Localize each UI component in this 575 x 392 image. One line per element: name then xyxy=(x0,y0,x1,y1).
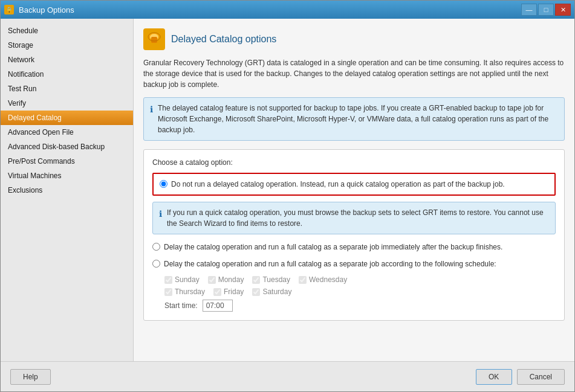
panel-title: Delayed Catalog options xyxy=(171,34,276,45)
minimize-button[interactable]: — xyxy=(521,4,537,16)
monday-checkbox-item[interactable]: Monday xyxy=(208,275,244,284)
window-title: Backup Options xyxy=(19,5,74,14)
panel-description: Granular Recovery Technology (GRT) data … xyxy=(143,57,565,90)
sidebar: Schedule Storage Network Notification Te… xyxy=(1,19,134,361)
options-container: Choose a catalog option: Do not run a de… xyxy=(143,149,565,321)
friday-checkbox[interactable] xyxy=(213,288,221,296)
schedule-section: Sunday Monday Tuesday Wednesday xyxy=(164,275,556,312)
main-panel: Delayed Catalog options Granular Recover… xyxy=(134,19,574,361)
quick-info-icon: ℹ xyxy=(159,208,162,229)
cancel-button[interactable]: Cancel xyxy=(517,369,565,385)
sidebar-item-storage[interactable]: Storage xyxy=(1,38,133,53)
schedule-based-radio[interactable] xyxy=(152,260,160,268)
sidebar-item-test-run[interactable]: Test Run xyxy=(1,82,133,96)
sidebar-item-virtual-machines[interactable]: Virtual Machines xyxy=(1,169,133,183)
sidebar-item-network[interactable]: Network xyxy=(1,53,133,67)
tuesday-checkbox-item[interactable]: Tuesday xyxy=(252,275,290,284)
info-icon: ℹ xyxy=(150,103,153,135)
no-delay-label: Do not run a delayed catalog operation. … xyxy=(171,179,505,190)
sidebar-item-verify[interactable]: Verify xyxy=(1,96,133,111)
wednesday-checkbox[interactable] xyxy=(299,276,307,284)
start-time-row: Start time: 07:00 xyxy=(164,300,556,312)
sunday-checkbox[interactable] xyxy=(164,276,172,284)
saturday-checkbox[interactable] xyxy=(252,288,260,296)
window-controls: — □ ✕ xyxy=(521,4,571,16)
sidebar-item-advanced-open-file[interactable]: Advanced Open File xyxy=(1,125,133,140)
monday-checkbox[interactable] xyxy=(208,276,216,284)
tape-warning-box: ℹ The delayed catalog feature is not sup… xyxy=(143,97,565,141)
schedule-based-option: Delay the catalog operation and run a fu… xyxy=(152,259,556,269)
no-delay-radio[interactable] xyxy=(160,180,167,188)
sidebar-item-exclusions[interactable]: Exclusions xyxy=(1,183,133,198)
days-row-2: Thursday Friday Saturday xyxy=(164,288,556,296)
titlebar: 🔒 Backup Options — □ ✕ xyxy=(1,1,574,19)
quick-catalog-info-text: If you run a quick catalog operation, yo… xyxy=(167,207,549,229)
days-row-1: Sunday Monday Tuesday Wednesday xyxy=(164,275,556,284)
no-delay-option-box: Do not run a delayed catalog operation. … xyxy=(152,173,556,196)
thursday-checkbox[interactable] xyxy=(164,288,172,296)
sidebar-item-notification[interactable]: Notification xyxy=(1,67,133,82)
close-button[interactable]: ✕ xyxy=(555,4,571,16)
start-time-input[interactable]: 07:00 xyxy=(203,300,233,312)
sidebar-item-pre-post-commands[interactable]: Pre/Post Commands xyxy=(1,154,133,169)
help-button[interactable]: Help xyxy=(10,369,51,385)
schedule-based-label: Delay the catalog operation and run a fu… xyxy=(164,259,496,269)
bottom-bar: Help OK Cancel xyxy=(1,361,574,391)
ok-button[interactable]: OK xyxy=(476,369,512,385)
thursday-checkbox-item[interactable]: Thursday xyxy=(164,288,205,296)
separate-immediate-label: Delay the catalog operation and run a fu… xyxy=(164,242,502,252)
backup-options-window: 🔒 Backup Options — □ ✕ Schedule Storage … xyxy=(0,0,575,392)
start-time-label: Start time: xyxy=(164,301,198,310)
panel-icon xyxy=(143,28,165,50)
svg-rect-2 xyxy=(151,37,157,43)
choose-label: Choose a catalog option: xyxy=(152,158,556,167)
panel-header: Delayed Catalog options xyxy=(143,28,565,50)
content-area: Schedule Storage Network Notification Te… xyxy=(1,19,574,361)
sidebar-item-delayed-catalog[interactable]: Delayed Catalog xyxy=(1,111,133,125)
separate-immediate-radio[interactable] xyxy=(152,243,160,251)
bottom-right: OK Cancel xyxy=(476,369,565,385)
wednesday-checkbox-item[interactable]: Wednesday xyxy=(299,275,347,284)
sunday-checkbox-item[interactable]: Sunday xyxy=(164,275,200,284)
bottom-left: Help xyxy=(10,369,51,385)
separate-immediate-option: Delay the catalog operation and run a fu… xyxy=(152,242,556,252)
window-icon: 🔒 xyxy=(4,5,14,14)
saturday-checkbox-item[interactable]: Saturday xyxy=(252,288,291,296)
sidebar-item-advanced-disk-backup[interactable]: Advanced Disk-based Backup xyxy=(1,140,133,154)
maximize-button[interactable]: □ xyxy=(538,4,554,16)
quick-catalog-info-box: ℹ If you run a quick catalog operation, … xyxy=(152,202,556,234)
tuesday-checkbox[interactable] xyxy=(252,276,260,284)
friday-checkbox-item[interactable]: Friday xyxy=(213,288,244,296)
tape-warning-text: The delayed catalog feature is not suppo… xyxy=(158,103,558,135)
sidebar-item-schedule[interactable]: Schedule xyxy=(1,24,133,38)
